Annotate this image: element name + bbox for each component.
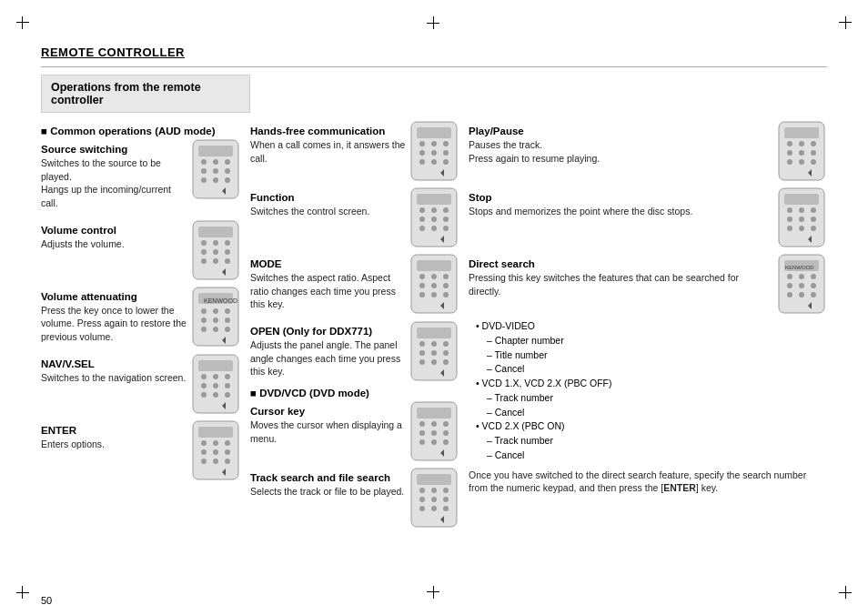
svg-point-20 bbox=[213, 258, 218, 264]
dvd-mode-title: ■ DVD/VCD (DVD mode) bbox=[250, 388, 459, 398]
direct-search-block: Direct search Pressing this key switches… bbox=[469, 253, 827, 312]
svg-point-19 bbox=[201, 258, 207, 264]
aud-mode-title: ■ Common operations (AUD mode) bbox=[41, 126, 241, 136]
svg-point-117 bbox=[431, 497, 437, 502]
svg-point-115 bbox=[443, 488, 449, 493]
svg-point-97 bbox=[419, 359, 425, 365]
svg-point-8 bbox=[201, 177, 207, 183]
svg-point-65 bbox=[431, 159, 437, 165]
svg-point-92 bbox=[431, 341, 437, 347]
svg-point-129 bbox=[811, 150, 816, 156]
svg-point-77 bbox=[443, 226, 449, 231]
svg-point-155 bbox=[811, 292, 816, 297]
direct-search-desc: Pressing this key switches the features … bbox=[469, 271, 773, 297]
svg-point-137 bbox=[811, 207, 816, 213]
svg-point-87 bbox=[431, 292, 437, 297]
nav-vsel-text: NAV/V.SEL Switches to the navigation scr… bbox=[41, 353, 187, 387]
svg-point-72 bbox=[419, 217, 425, 222]
svg-point-138 bbox=[787, 217, 792, 222]
svg-point-151 bbox=[799, 283, 804, 288]
svg-point-113 bbox=[419, 488, 425, 493]
svg-point-102 bbox=[419, 421, 425, 427]
nav-vsel-heading: NAV/V.SEL bbox=[41, 358, 187, 369]
stop-remote bbox=[777, 187, 827, 246]
source-switching-heading: Source switching bbox=[41, 144, 187, 155]
svg-point-149 bbox=[811, 274, 816, 279]
enter-remote bbox=[191, 419, 241, 479]
enter-desc: Enters options. bbox=[41, 438, 187, 451]
volume-attenuating-block: Volume attenuating Press the key once to… bbox=[41, 286, 241, 346]
svg-point-98 bbox=[431, 359, 437, 365]
direct-search-heading: Direct search bbox=[469, 258, 773, 269]
svg-point-127 bbox=[787, 150, 792, 156]
center-cross-bottom bbox=[427, 584, 441, 599]
svg-point-10 bbox=[225, 177, 230, 183]
svg-point-14 bbox=[213, 240, 218, 246]
svg-point-37 bbox=[213, 374, 218, 379]
svg-point-4 bbox=[225, 159, 230, 165]
svg-point-5 bbox=[201, 168, 207, 174]
svg-point-95 bbox=[431, 350, 437, 356]
svg-point-16 bbox=[201, 249, 207, 255]
mode-block: MODE Switches the aspect ratio. Aspect r… bbox=[250, 253, 459, 313]
volume-control-block: Volume control Adjusts the volume. bbox=[41, 219, 241, 278]
svg-point-9 bbox=[213, 177, 218, 183]
page-title: REMOTE CONTROLLER bbox=[41, 45, 827, 59]
svg-point-40 bbox=[213, 383, 218, 388]
svg-point-42 bbox=[201, 392, 207, 398]
play-pause-text: Play/Pause Pauses the track.Press again … bbox=[469, 120, 773, 166]
enter-heading: ENTER bbox=[41, 425, 187, 436]
function-desc: Switches the control screen. bbox=[250, 205, 406, 218]
svg-point-3 bbox=[213, 159, 218, 165]
svg-point-106 bbox=[431, 430, 437, 436]
page-content: REMOTE CONTROLLER Operations from the re… bbox=[41, 45, 827, 570]
enter-text: ENTER Enters options. bbox=[41, 419, 187, 453]
svg-point-28 bbox=[201, 318, 207, 323]
function-heading: Function bbox=[250, 192, 406, 203]
svg-point-2 bbox=[201, 159, 207, 165]
svg-point-18 bbox=[225, 249, 230, 255]
cursor-key-text: Cursor key Moves the cursor when display… bbox=[250, 400, 406, 447]
right-column: Play/Pause Pauses the track.Press again … bbox=[469, 120, 827, 533]
svg-text:KENWOOD: KENWOOD bbox=[204, 297, 237, 304]
svg-point-25 bbox=[201, 308, 207, 314]
nav-vsel-desc: Switches to the navigation screen. bbox=[41, 371, 187, 385]
mode-remote bbox=[409, 253, 459, 312]
svg-point-36 bbox=[201, 374, 207, 379]
list-item-cancel-3: Cancel bbox=[476, 449, 827, 463]
svg-point-88 bbox=[443, 292, 449, 297]
svg-point-15 bbox=[225, 240, 230, 246]
volume-control-remote bbox=[191, 219, 241, 278]
nav-vsel-remote bbox=[191, 353, 241, 412]
list-item-track-2: Track number bbox=[476, 434, 827, 449]
svg-point-13 bbox=[201, 240, 207, 246]
volume-control-text: Volume control Adjusts the volume. bbox=[41, 219, 187, 253]
svg-point-143 bbox=[811, 226, 816, 231]
direct-search-text: Direct search Pressing this key switches… bbox=[469, 253, 773, 299]
handsfree-heading: Hands-free communication bbox=[250, 126, 406, 136]
svg-point-131 bbox=[799, 159, 804, 165]
stop-block: Stop Stops and memorizes the point where… bbox=[469, 187, 827, 246]
direct-search-list: DVD-VIDEO Chapter number Title number Ca… bbox=[469, 319, 827, 463]
svg-point-81 bbox=[431, 274, 437, 279]
svg-point-70 bbox=[431, 207, 437, 213]
svg-point-82 bbox=[443, 274, 449, 279]
svg-point-53 bbox=[201, 459, 207, 464]
list-item-dvd-video: DVD-VIDEO bbox=[476, 319, 827, 334]
svg-point-21 bbox=[225, 258, 230, 264]
svg-point-39 bbox=[201, 383, 207, 388]
source-switching-text: Source switching Switches to the source … bbox=[41, 138, 187, 212]
svg-point-93 bbox=[443, 341, 449, 347]
track-search-desc: Selects the track or file to be played. bbox=[250, 485, 406, 499]
svg-point-96 bbox=[443, 350, 449, 356]
svg-point-135 bbox=[787, 207, 792, 213]
svg-point-44 bbox=[225, 392, 230, 398]
svg-point-43 bbox=[213, 392, 218, 398]
source-switching-block: Source switching Switches to the source … bbox=[41, 138, 241, 212]
svg-point-31 bbox=[201, 327, 207, 332]
svg-point-105 bbox=[419, 430, 425, 436]
mode-desc: Switches the aspect ratio. Aspect ratio … bbox=[250, 271, 406, 311]
cursor-key-desc: Moves the cursor when displaying a menu. bbox=[250, 418, 406, 445]
center-cross-top bbox=[427, 16, 441, 31]
enter-block: ENTER Enters options. bbox=[41, 419, 241, 479]
